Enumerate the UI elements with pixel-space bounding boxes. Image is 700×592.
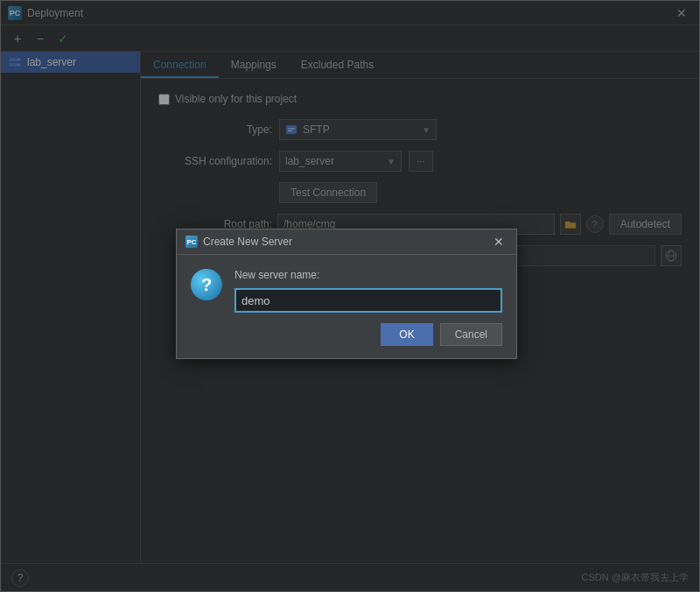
dialog-server-name-input[interactable] <box>234 288 502 313</box>
dialog-form: New server name: <box>234 269 502 313</box>
dialog-title-left: PC Create New Server <box>186 236 292 248</box>
dialog-title-bar: PC Create New Server ✕ <box>177 229 516 255</box>
dialog-ok-button[interactable]: OK <box>381 323 432 346</box>
dialog-cancel-button[interactable]: Cancel <box>440 323 502 346</box>
dialog-close-button[interactable]: ✕ <box>490 235 508 249</box>
dialog-overlay: PC Create New Server ✕ ? New server name… <box>1 1 699 591</box>
dialog: PC Create New Server ✕ ? New server name… <box>176 229 517 359</box>
question-icon: ? <box>191 269 222 300</box>
dialog-title: Create New Server <box>203 236 292 248</box>
dialog-body: ? New server name: <box>177 255 516 323</box>
dialog-buttons: OK Cancel <box>177 323 516 358</box>
dialog-input-label: New server name: <box>234 269 502 281</box>
main-window: PC Deployment ✕ + − ✓ <box>0 0 700 592</box>
dialog-app-icon: PC <box>186 236 198 248</box>
